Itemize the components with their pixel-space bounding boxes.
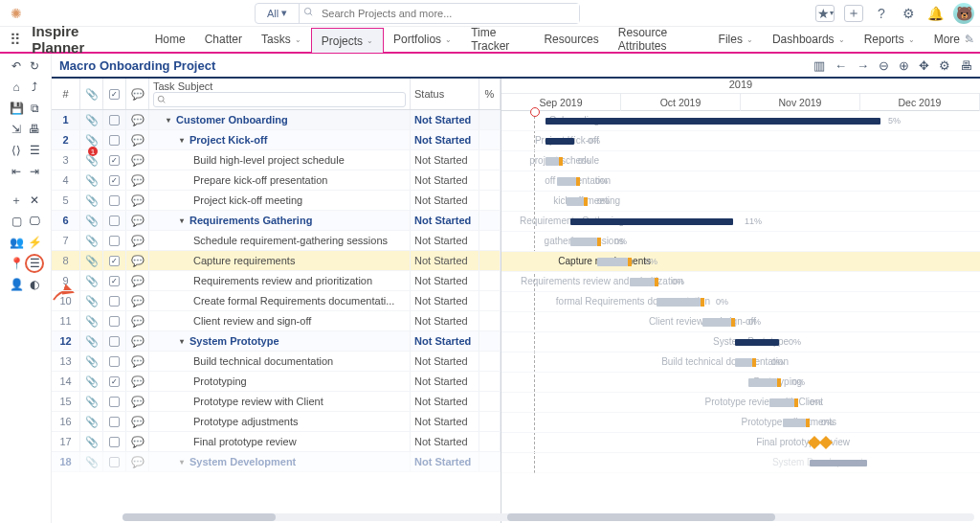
- nav-time-tracker[interactable]: Time Tracker: [461, 27, 534, 52]
- col-subject[interactable]: Task Subject: [149, 79, 411, 109]
- checkbox[interactable]: ✓: [103, 171, 126, 190]
- gantt-row[interactable]: Final prototype review: [501, 433, 980, 453]
- expand-icon[interactable]: ▾: [180, 458, 188, 466]
- gantt-row[interactable]: project schedule0%: [501, 151, 980, 171]
- gantt-bar[interactable]: [735, 339, 779, 346]
- nav-resources[interactable]: Resources: [534, 27, 608, 52]
- global-search[interactable]: All▾: [255, 3, 580, 24]
- attachment-icon[interactable]: 📎: [80, 452, 103, 471]
- nav-portfolios[interactable]: Portfolios⌄: [384, 27, 461, 52]
- undo-icon[interactable]: ↶: [10, 59, 23, 73]
- checkbox[interactable]: [103, 191, 126, 210]
- edit-pencil-icon[interactable]: ✎: [965, 33, 974, 46]
- attachment-icon[interactable]: 📎: [80, 392, 103, 411]
- indent-left-icon[interactable]: ⇤: [10, 165, 23, 178]
- gantt-h-scrollbar[interactable]: [507, 513, 794, 521]
- nav-chatter[interactable]: Chatter: [195, 27, 252, 52]
- task-row-7[interactable]: 7📎💬Schedule requirement-gathering sessio…: [52, 231, 501, 251]
- home-icon[interactable]: ⌂: [10, 80, 23, 94]
- task-row-14[interactable]: 14📎✓💬PrototypingNot Started: [52, 372, 501, 392]
- checkbox[interactable]: ✓: [103, 271, 126, 290]
- gantt-row[interactable]: formal Requirements documentation0%: [501, 292, 980, 312]
- nav-resource-attributes[interactable]: Resource Attributes: [609, 27, 709, 52]
- checkbox[interactable]: [103, 352, 126, 371]
- gantt-bar[interactable]: [597, 258, 628, 266]
- gantt-row[interactable]: off presentation0%: [501, 171, 980, 192]
- add-button[interactable]: ＋: [844, 5, 863, 22]
- gantt-row[interactable]: Capture requirements0%: [501, 252, 980, 272]
- task-row-18[interactable]: 18📎💬▾System DevelopmentNot Started: [52, 452, 501, 472]
- pin-icon[interactable]: 📍: [10, 257, 23, 270]
- task-row-12[interactable]: 12📎💬▾System PrototypeNot Started: [52, 331, 501, 352]
- checkbox[interactable]: [103, 331, 126, 351]
- square-icon[interactable]: ▢: [10, 215, 23, 228]
- col-comment[interactable]: 💬: [126, 79, 149, 109]
- comment-icon[interactable]: 💬: [126, 352, 149, 371]
- checkbox[interactable]: [103, 311, 126, 330]
- expand-icon[interactable]: ▾: [180, 136, 188, 145]
- comment-icon[interactable]: 💬: [126, 251, 149, 270]
- gantt-bar[interactable]: [769, 398, 794, 407]
- comment-icon[interactable]: 💬: [126, 171, 149, 190]
- task-row-17[interactable]: 17📎💬Final prototype reviewNot Started: [52, 432, 501, 452]
- attachment-icon[interactable]: 📎: [80, 110, 103, 129]
- monitor-icon[interactable]: 🖵: [28, 215, 41, 228]
- gantt-bar[interactable]: [748, 378, 777, 387]
- task-row-9[interactable]: 9📎✓💬Requirements review and prioritizati…: [52, 271, 501, 291]
- col-checkbox[interactable]: ✓: [103, 79, 126, 109]
- checkbox[interactable]: ✓: [103, 251, 126, 270]
- gantt-bar[interactable]: [702, 318, 731, 327]
- task-row-6[interactable]: 6📎💬▾Requirements GatheringNot Started: [52, 211, 501, 231]
- search-input[interactable]: [318, 4, 579, 23]
- checkbox[interactable]: [103, 432, 126, 451]
- attachment-icon[interactable]: 📎: [80, 311, 103, 330]
- save-icon[interactable]: 💾: [10, 102, 23, 115]
- attachment-icon[interactable]: 📎: [80, 171, 103, 190]
- list-icon[interactable]: ☰: [28, 144, 41, 157]
- task-row-5[interactable]: 5📎💬Project kick-off meetingNot Started: [52, 191, 501, 211]
- checkbox[interactable]: ✓: [103, 150, 126, 170]
- app-launcher-icon[interactable]: ⠿: [6, 31, 24, 49]
- zoom-out-icon[interactable]: ⊖: [879, 58, 889, 73]
- task-row-13[interactable]: 13📎💬Build technical documentationNot Sta…: [52, 352, 501, 372]
- nav-reports[interactable]: Reports⌄: [855, 27, 924, 52]
- zoom-in-icon[interactable]: ⊕: [899, 58, 909, 73]
- comment-icon[interactable]: 💬: [126, 130, 149, 149]
- printer-icon[interactable]: 🖶: [960, 58, 972, 73]
- gantt-bar[interactable]: [557, 177, 576, 186]
- comment-icon[interactable]: 💬: [126, 452, 149, 471]
- comment-icon[interactable]: 💬: [126, 392, 149, 411]
- indent-right-icon[interactable]: ⇥: [28, 165, 41, 178]
- attachment-icon[interactable]: 📎: [80, 372, 103, 391]
- setup-gear-icon[interactable]: ⚙: [900, 5, 917, 22]
- user-icon[interactable]: 👤: [10, 278, 23, 291]
- checkbox[interactable]: [103, 211, 126, 230]
- detail-pane-icon[interactable]: ☰: [25, 254, 44, 273]
- comment-icon[interactable]: 💬: [126, 311, 149, 330]
- gantt-bar[interactable]: [546, 118, 880, 125]
- attachment-icon[interactable]: 📎: [80, 251, 103, 270]
- gantt-row[interactable]: Client review and sign-off0%: [501, 312, 980, 332]
- search-scope-dropdown[interactable]: All▾: [256, 4, 300, 23]
- checkbox[interactable]: [103, 291, 126, 310]
- attachment-icon[interactable]: 📎: [80, 331, 103, 351]
- gantt-bar[interactable]: [570, 218, 733, 225]
- gantt-bar[interactable]: [735, 358, 752, 367]
- nav-files[interactable]: Files⌄: [709, 27, 763, 52]
- gantt-row[interactable]: Project Kick-off0%: [501, 131, 980, 151]
- fit-icon[interactable]: ✥: [919, 58, 929, 73]
- print-icon[interactable]: 🖶: [28, 123, 41, 136]
- checkbox[interactable]: [103, 110, 126, 129]
- task-row-8[interactable]: 8📎✓💬Capture requirementsNot Started: [52, 251, 501, 271]
- task-row-2[interactable]: 2📎💬▾Project Kick-offNot Started: [52, 130, 501, 150]
- comment-icon[interactable]: 💬: [126, 291, 149, 310]
- comment-icon[interactable]: 💬: [126, 372, 149, 391]
- gantt-row[interactable]: gathering sessions0%: [501, 232, 980, 252]
- comment-icon[interactable]: 💬: [126, 150, 149, 170]
- col-status[interactable]: Status: [411, 79, 479, 109]
- checkbox[interactable]: [103, 231, 126, 250]
- team-icon[interactable]: 👥: [10, 236, 23, 249]
- attachment-icon[interactable]: 📎: [80, 271, 103, 290]
- task-row-4[interactable]: 4📎✓💬Prepare kick-off presentationNot Sta…: [52, 171, 501, 191]
- export-icon[interactable]: ⇲: [10, 123, 23, 136]
